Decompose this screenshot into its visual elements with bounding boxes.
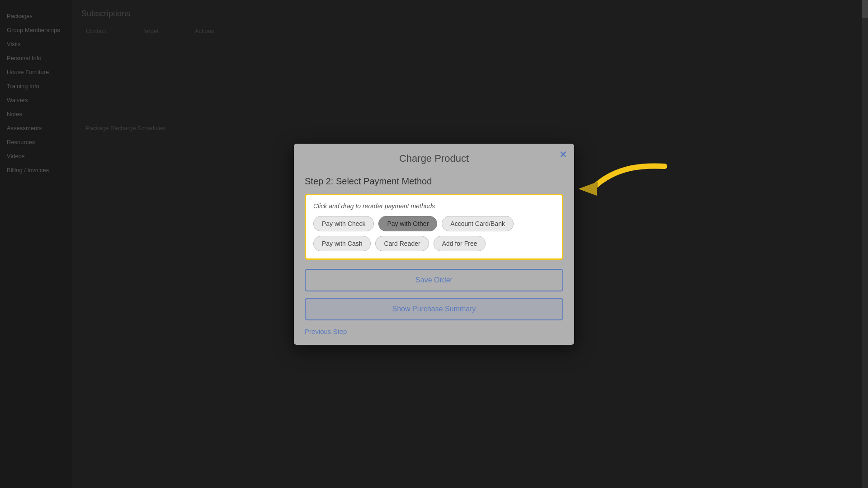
payment-methods-box: Click and drag to reorder payment method… [305, 194, 563, 260]
drag-hint: Click and drag to reorder payment method… [313, 202, 555, 210]
add-for-free-button[interactable]: Add for Free [434, 236, 486, 251]
charge-product-modal: Charge Product ✕ Step 2: Select Payment … [294, 144, 574, 345]
pay-with-check-button[interactable]: Pay with Check [313, 216, 374, 231]
pay-with-cash-button[interactable]: Pay with Cash [313, 236, 371, 251]
previous-step-link[interactable]: Previous Step [305, 328, 347, 335]
pay-with-other-button[interactable]: Pay with Other [378, 216, 437, 231]
modal-backdrop: Charge Product ✕ Step 2: Select Payment … [0, 0, 868, 488]
save-order-button[interactable]: Save Order [305, 269, 563, 291]
account-card-bank-button[interactable]: Account Card/Bank [442, 216, 514, 231]
step-label: Step 2: Select Payment Method [305, 176, 563, 187]
card-reader-button[interactable]: Card Reader [375, 236, 429, 251]
close-button[interactable]: ✕ [559, 150, 567, 159]
modal-body: Step 2: Select Payment Method Click and … [294, 172, 574, 345]
show-purchase-summary-button[interactable]: Show Purchase Summary [305, 298, 563, 320]
modal-title: Charge Product [399, 153, 469, 164]
svg-marker-0 [579, 182, 597, 196]
arrow-annotation [574, 157, 674, 211]
modal-header: Charge Product ✕ [294, 144, 574, 172]
svg-marker-1 [580, 182, 598, 196]
payment-buttons: Pay with Check Pay with Other Account Ca… [313, 216, 555, 251]
